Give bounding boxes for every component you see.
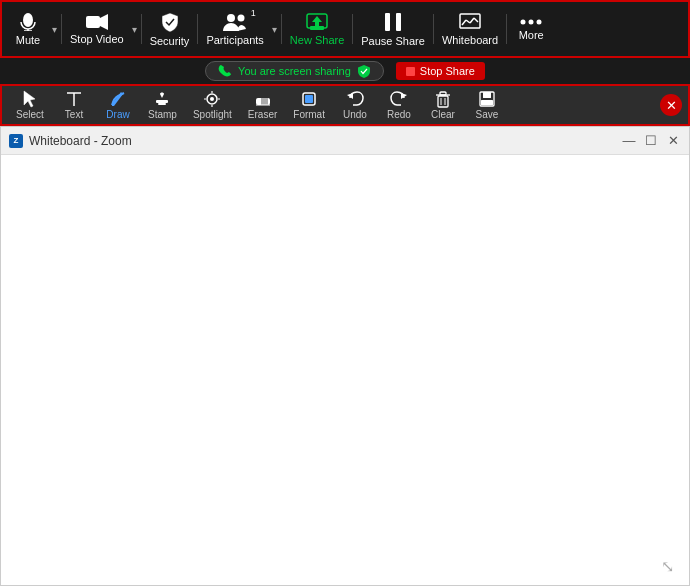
close-button[interactable]: ✕ [660, 94, 682, 116]
more-button[interactable]: More [509, 2, 553, 56]
stop-share-label: Stop Share [420, 65, 475, 77]
separator-4 [281, 14, 282, 44]
svg-rect-35 [305, 95, 313, 103]
svg-rect-32 [261, 98, 268, 105]
svg-point-19 [537, 19, 542, 24]
spotlight-icon [203, 90, 221, 108]
svg-marker-37 [401, 93, 407, 99]
whiteboard-title-text: Whiteboard - Zoom [29, 134, 132, 148]
svg-rect-23 [156, 100, 168, 103]
whiteboard-button[interactable]: Whiteboard [436, 2, 504, 56]
undo-tool[interactable]: Undo [333, 86, 377, 124]
top-toolbar: Mute ▾ Stop Video ▾ Security 1 Participa… [0, 0, 690, 58]
video-dropdown[interactable]: ▾ [130, 2, 139, 56]
eraser-tool[interactable]: Eraser [240, 86, 285, 124]
save-tool[interactable]: Save [465, 86, 509, 124]
stop-dot [406, 67, 415, 76]
eraser-icon [254, 90, 272, 108]
svg-point-18 [529, 19, 534, 24]
svg-rect-45 [481, 100, 493, 105]
whiteboard-canvas[interactable]: ⤡ [1, 155, 689, 585]
whiteboard-titlebar: Z Whiteboard - Zoom — ☐ ✕ [1, 127, 689, 155]
minimize-button[interactable]: — [621, 133, 637, 149]
undo-icon [346, 90, 364, 108]
separator-1 [61, 14, 62, 44]
text-tool[interactable]: Text [52, 86, 96, 124]
separator-7 [506, 14, 507, 44]
select-tool[interactable]: Select [8, 86, 52, 124]
security-button[interactable]: Security [144, 2, 196, 56]
svg-line-15 [470, 18, 474, 23]
svg-point-26 [210, 97, 214, 101]
sharing-bar: You are screen sharing Stop Share [0, 58, 690, 84]
draw-icon [109, 90, 127, 108]
format-icon [300, 90, 318, 108]
svg-marker-20 [24, 91, 35, 107]
clear-icon [434, 90, 452, 108]
zoom-logo: Z [9, 134, 23, 148]
svg-point-5 [227, 14, 235, 22]
svg-rect-44 [483, 92, 491, 98]
expand-button[interactable]: ⤡ [661, 557, 681, 577]
save-icon [478, 90, 496, 108]
separator-2 [141, 14, 142, 44]
stop-video-button[interactable]: Stop Video [64, 2, 130, 56]
sharing-status-text: You are screen sharing [238, 65, 351, 77]
svg-rect-11 [396, 13, 401, 31]
spotlight-tool[interactable]: Spotlight [185, 86, 240, 124]
sharing-status: You are screen sharing [205, 61, 384, 81]
redo-tool[interactable]: Redo [377, 86, 421, 124]
shield-small-icon [357, 64, 371, 78]
svg-line-14 [466, 20, 470, 23]
phone-icon [218, 64, 232, 78]
svg-rect-38 [438, 96, 448, 107]
maximize-button[interactable]: ☐ [643, 133, 659, 149]
format-tool[interactable]: Format [285, 86, 333, 124]
stop-share-button[interactable]: Stop Share [396, 62, 485, 80]
pause-share-button[interactable]: Pause Share [355, 2, 431, 56]
svg-marker-9 [312, 16, 322, 26]
text-icon [65, 90, 83, 108]
participants-dropdown[interactable]: ▾ [270, 2, 279, 56]
svg-marker-4 [100, 14, 108, 30]
mute-dropdown[interactable]: ▾ [50, 2, 59, 56]
new-share-button[interactable]: New Share [284, 2, 350, 56]
stamp-tool[interactable]: Stamp [140, 86, 185, 124]
whiteboard-toolbar: Select Text Draw Stamp [0, 84, 690, 126]
clear-tool[interactable]: Clear [421, 86, 465, 124]
mute-button[interactable]: Mute [6, 2, 50, 56]
svg-rect-10 [385, 13, 390, 31]
svg-rect-24 [158, 103, 166, 105]
svg-rect-40 [440, 92, 446, 95]
svg-line-13 [462, 20, 466, 25]
svg-point-0 [23, 13, 33, 27]
svg-marker-36 [347, 93, 353, 99]
stamp-icon [153, 90, 171, 108]
svg-rect-3 [86, 16, 100, 28]
window-controls: — ☐ ✕ [621, 133, 681, 149]
window-close-button[interactable]: ✕ [665, 133, 681, 149]
separator-3 [197, 14, 198, 44]
select-icon [21, 90, 39, 108]
separator-5 [352, 14, 353, 44]
svg-point-6 [238, 14, 245, 21]
participants-badge: 1 [251, 8, 256, 18]
svg-rect-8 [310, 26, 324, 30]
draw-tool[interactable]: Draw [96, 86, 140, 124]
separator-6 [433, 14, 434, 44]
whiteboard-window: Z Whiteboard - Zoom — ☐ ✕ ⤡ [0, 126, 690, 586]
svg-point-17 [521, 19, 526, 24]
participants-button[interactable]: 1 Participants [200, 2, 269, 56]
redo-icon [390, 90, 408, 108]
whiteboard-title: Z Whiteboard - Zoom [9, 134, 621, 148]
svg-line-16 [474, 18, 478, 22]
